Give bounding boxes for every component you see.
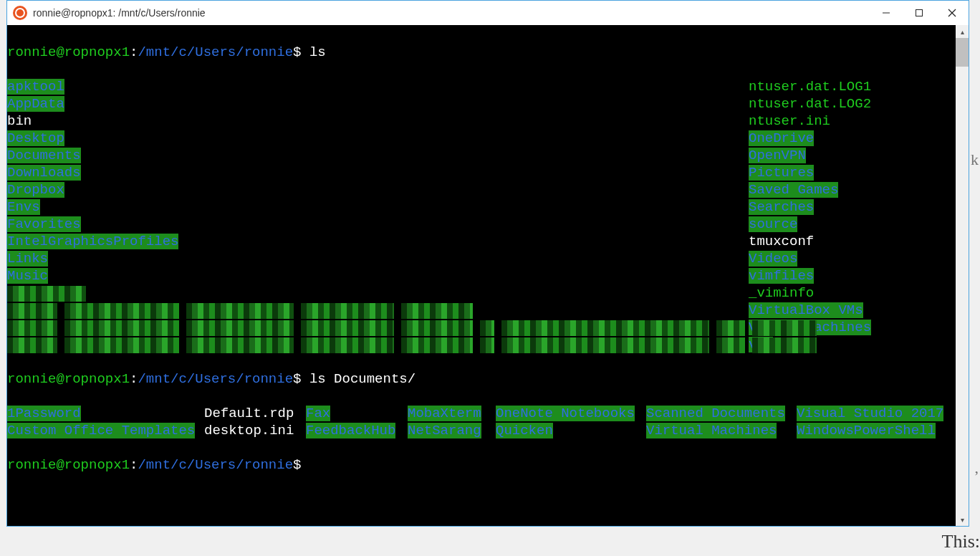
ls-entry: bin [7, 113, 32, 129]
ls-entry: desktop.ini [204, 423, 294, 438]
ls-entry: Downloads [7, 165, 81, 181]
minimize-button[interactable] [870, 1, 903, 25]
svg-rect-1 [916, 10, 923, 16]
ls-entry: Searches [749, 199, 814, 215]
ls-entry: WindowsPowerShell [797, 423, 936, 438]
ls-documents-output: 1PasswordDefault.rdpFaxMobaXtermOneNote … [7, 405, 956, 439]
ls-entry: Custom Office Templates [7, 423, 195, 438]
ls-entry: 1Password [7, 406, 81, 421]
window-title: ronnie@ropnopx1: /mnt/c/Users/ronnie [33, 7, 870, 19]
terminal-output[interactable]: ronnie@ropnopx1:/mnt/c/Users/ronnie$ ls … [7, 25, 956, 526]
ls-entry: Fax [306, 406, 330, 421]
ls-entry: Quicken [496, 423, 553, 438]
ls-entry: VirtualBox VMs [749, 302, 863, 318]
window-controls [870, 1, 969, 25]
ls-entry: source [749, 216, 797, 232]
ls-entry: OneDrive [749, 130, 814, 146]
terminal-body: ronnie@ropnopx1:/mnt/c/Users/ronnie$ ls … [7, 25, 969, 526]
ubuntu-icon [13, 6, 27, 20]
ls-entry: ntuser.dat.LOG2 [749, 96, 871, 112]
ls-entry: Videos [749, 251, 797, 267]
prompt-user: ronnie@ropnopx1 [7, 44, 130, 60]
ls-entry: NetSarang [408, 423, 481, 438]
ls-entry: Virtual Machines [646, 423, 777, 438]
redacted-row [7, 302, 749, 319]
maximize-button[interactable] [903, 1, 936, 25]
scroll-down-icon[interactable]: ▾ [956, 513, 969, 526]
ls-entry: Envs [7, 199, 40, 215]
ls-entry: Links [7, 251, 48, 267]
prompt-line: ronnie@ropnopx1:/mnt/c/Users/ronnie$ ls … [7, 370, 956, 388]
ls-entry: ntuser.ini [749, 113, 830, 129]
ls-entry: Default.rdp [204, 406, 294, 421]
ls-entry: Saved Games [749, 182, 838, 198]
ls-entry: Desktop [7, 130, 64, 146]
ls-entry: Favorites [7, 216, 81, 232]
ls-entry: Scanned Documents [646, 406, 785, 421]
prompt-path: /mnt/c/Users/ronnie [138, 44, 293, 60]
ls-output: apktoolAppDatabinDesktopDocumentsDownloa… [7, 78, 956, 353]
prompt-line: ronnie@ropnopx1:/mnt/c/Users/ronnie$ [7, 456, 956, 474]
ls-entry: _viminfo [749, 285, 814, 301]
background-text: This: [942, 531, 980, 552]
ls-entry: IntelGraphicsProfiles [7, 234, 178, 249]
ls-entry: MobaXterm [408, 406, 481, 421]
vertical-scrollbar[interactable]: ▴ ▾ [956, 25, 969, 526]
ls-entry: Dropbox [7, 182, 64, 198]
background-text: k [971, 150, 979, 169]
close-button[interactable] [936, 1, 969, 25]
redacted-row [7, 284, 749, 302]
ls-entry: OneNote Notebooks [496, 406, 635, 421]
redacted-row [7, 336, 749, 353]
titlebar[interactable]: ronnie@ropnopx1: /mnt/c/Users/ronnie [7, 1, 969, 25]
prompt-line: ronnie@ropnopx1:/mnt/c/Users/ronnie$ ls [7, 44, 956, 61]
command-text: ls [309, 44, 326, 60]
scrollbar-thumb[interactable] [956, 38, 969, 67]
ls-entry: ntuser.dat.LOG1 [749, 79, 871, 95]
ls-entry: vimfiles [749, 268, 814, 284]
ls-entry: Pictures [749, 165, 814, 181]
redacted-row [7, 319, 749, 336]
background-text: , [975, 459, 979, 477]
ls-entry: Visual Studio 2017 [797, 406, 943, 421]
ls-entry: AppData [7, 96, 64, 112]
ls-entry: FeedbackHub [306, 423, 395, 438]
scrollbar-track[interactable] [956, 38, 969, 513]
scroll-up-icon[interactable]: ▴ [956, 25, 969, 38]
ls-entry: apktool [7, 79, 64, 95]
ls-entry: Music [7, 268, 48, 284]
terminal-window: ronnie@ropnopx1: /mnt/c/Users/ronnie ron… [6, 0, 969, 527]
ls-entry: tmuxconf [749, 234, 814, 249]
ls-entry: OpenVPN [749, 148, 806, 163]
ls-entry: Documents [7, 148, 81, 163]
command-text: ls Documents/ [309, 371, 415, 387]
